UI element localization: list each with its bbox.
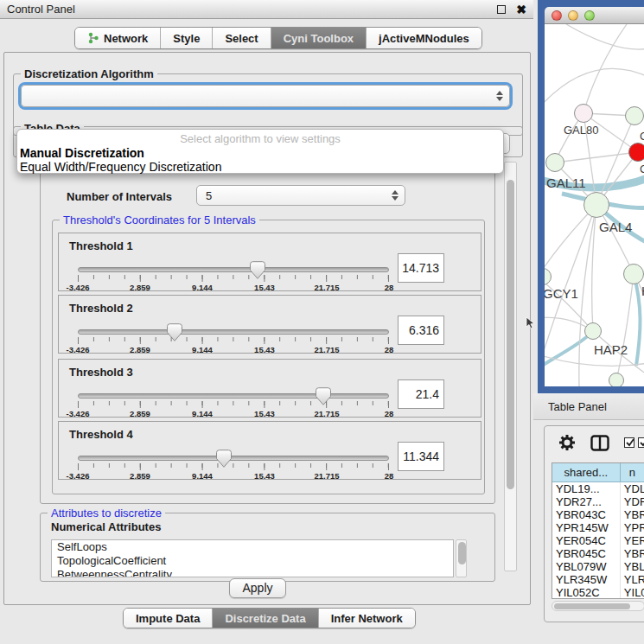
tab-network[interactable]: Network xyxy=(75,28,160,48)
threshold-2-panel: Threshold 2 -3.426 2.859 9.144 15.43 xyxy=(58,295,481,354)
float-window-icon[interactable] xyxy=(497,5,506,14)
table-row[interactable]: YBR045C YBR0 xyxy=(552,547,644,560)
node-gal7[interactable] xyxy=(625,106,644,125)
table-row[interactable]: YPR145W YPR1 xyxy=(552,521,644,534)
table-row[interactable]: YER054C YER0 xyxy=(552,534,644,547)
tick-label: 2.859 xyxy=(130,283,150,292)
column-header-name[interactable]: n xyxy=(621,463,644,482)
slider-tick-axis: -3.426 2.859 9.144 15.43 21.715 28 xyxy=(78,463,389,479)
gear-icon[interactable] xyxy=(558,434,576,451)
table-panel-toolbar xyxy=(545,426,644,459)
dropdown-item-manual-discretization[interactable]: Manual Discretization xyxy=(20,146,144,160)
dropdown-placeholder-item[interactable]: Select algorithm to view settings xyxy=(17,132,503,145)
tick-label: -3.426 xyxy=(67,409,90,418)
list-item-topologicalcoefficient[interactable]: TopologicalCoefficient xyxy=(52,554,453,568)
tick-label: 21.715 xyxy=(314,283,339,292)
threshold-1-value-field[interactable]: 14.713 xyxy=(398,253,444,283)
number-of-intervals-value: 5 xyxy=(206,189,212,202)
tab-select[interactable]: Select xyxy=(212,28,270,48)
zoom-traffic-light-icon[interactable] xyxy=(584,10,595,21)
tab-cyni-toolbox[interactable]: Cyni Toolbox xyxy=(271,28,366,48)
algorithm-combobox[interactable] xyxy=(21,85,510,107)
dropdown-item-equal-width-frequency[interactable]: Equal Width/Frequency Discretization xyxy=(20,160,221,174)
bottom-tabbar: Impute Data Discretize Data Infer Networ… xyxy=(123,608,416,628)
tick-label: 15.43 xyxy=(254,471,275,481)
threshold-1-panel: Threshold 1 -3.426 2.859 9.144 15.43 xyxy=(58,233,481,291)
tab-discretize-data[interactable]: Discretize Data xyxy=(212,609,317,628)
slider-tick-axis: -3.426 2.859 9.144 15.43 21.715 28 xyxy=(78,275,389,290)
column-header-shared-name[interactable]: shared... xyxy=(552,463,621,482)
cell: YBR043C xyxy=(552,508,621,521)
node-gal80[interactable] xyxy=(574,104,593,123)
node-h[interactable] xyxy=(623,264,644,284)
cell: YBR0 xyxy=(621,508,644,521)
node-label-gal80: GAL80 xyxy=(564,124,598,137)
combo-stepper-icon xyxy=(392,190,399,201)
tick-label: 2.859 xyxy=(130,471,150,481)
threshold-2-slider[interactable] xyxy=(78,329,389,335)
list-item-betweennesscentrality[interactable]: BetweennessCentrality xyxy=(52,568,453,577)
number-of-intervals-combobox[interactable]: 5 xyxy=(196,185,405,206)
threshold-1-slider[interactable] xyxy=(78,267,389,272)
table-row[interactable]: YBL079W YBL0 xyxy=(552,560,644,573)
tick-label: 21.715 xyxy=(314,345,339,354)
cell: YPR1 xyxy=(621,521,644,534)
threshold-4-value-field[interactable]: 11.344 xyxy=(398,442,444,471)
table-row[interactable]: YDL19... YDL1 xyxy=(552,482,644,495)
discretization-algorithm-group-label: Discretization Algorithm xyxy=(21,67,157,80)
node-hap2[interactable] xyxy=(584,322,602,340)
node-bottom-partial[interactable] xyxy=(609,373,624,386)
threshold-3-panel: Threshold 3 -3.426 2.859 9.144 15.43 xyxy=(58,359,481,418)
checkbox-icon[interactable] xyxy=(638,437,644,448)
tab-style[interactable]: Style xyxy=(160,28,212,48)
slider-tick-axis: -3.426 2.859 9.144 15.43 21.715 28 xyxy=(78,337,389,353)
table-row[interactable]: YBR043C YBR0 xyxy=(552,508,644,521)
tick-label: -3.426 xyxy=(67,471,90,481)
close-traffic-light-icon[interactable] xyxy=(552,10,562,21)
table-panel-window: shared... n YDL19... YDL1 YDR27... YDR2 … xyxy=(544,425,644,622)
cell: YPR145W xyxy=(552,521,621,534)
table-horizontal-scrollbar[interactable] xyxy=(552,601,644,611)
node-gal11[interactable] xyxy=(545,153,564,172)
threshold-2-label: Threshold 2 xyxy=(69,302,133,315)
table-row[interactable]: YIL052C YIL0 xyxy=(552,586,644,599)
numerical-attributes-label: Numerical Attributes xyxy=(51,520,161,533)
table-row[interactable]: YLR345W YLR3 xyxy=(552,573,644,586)
node-label-g: G. xyxy=(640,130,644,143)
threshold-2-value-field[interactable]: 6.316 xyxy=(398,316,444,345)
tick-label: 2.859 xyxy=(130,409,150,418)
network-canvas[interactable]: GAL80 G. GAL11 C GAL4 GCY1 H HAP2 xyxy=(545,24,644,386)
split-panel-icon[interactable] xyxy=(590,435,609,451)
tab-infer-network[interactable]: Infer Network xyxy=(318,609,415,628)
settings-scroll-area: Interval Definition Number of Intervals … xyxy=(13,162,523,571)
tab-jactivemnodules[interactable]: jActiveMNodules xyxy=(366,28,481,48)
tick-label: 9.144 xyxy=(192,283,213,292)
tick-label: -3.426 xyxy=(67,283,90,292)
numerical-attributes-list: SelfLoops TopologicalCoefficient Between… xyxy=(51,539,454,577)
attributes-group-label: Attributes to discretize xyxy=(48,507,165,520)
network-window-titlebar xyxy=(545,7,644,24)
minimize-traffic-light-icon[interactable] xyxy=(568,10,578,21)
threshold-3-value-field[interactable]: 21.4 xyxy=(398,379,444,409)
close-icon[interactable]: ✖ xyxy=(516,5,526,14)
tick-label: 15.43 xyxy=(254,345,275,354)
algorithm-dropdown-popup: Select algorithm to view settings Manual… xyxy=(16,129,504,174)
node-gal4[interactable] xyxy=(583,192,609,218)
thresholds-coordinates-group: Threshold's Coordinates for 5 Intervals … xyxy=(52,220,485,494)
tab-impute-data[interactable]: Impute Data xyxy=(124,609,212,628)
apply-button[interactable]: Apply xyxy=(229,578,286,598)
list-item-selfloops[interactable]: SelfLoops xyxy=(52,540,453,554)
tab-jactivemnodules-label: jActiveMNodules xyxy=(379,32,469,45)
attributes-list-scrollbar[interactable] xyxy=(456,539,467,577)
settings-vertical-scrollbar[interactable] xyxy=(504,162,517,571)
cell: YBR045C xyxy=(552,547,621,560)
threshold-4-slider[interactable] xyxy=(78,456,389,461)
threshold-3-slider[interactable] xyxy=(78,393,389,399)
tick-label: 28 xyxy=(385,471,394,481)
node-selected-red[interactable] xyxy=(628,143,644,162)
tick-label: 15.43 xyxy=(254,409,275,418)
node-label-gal11: GAL11 xyxy=(546,175,586,190)
node-label-c: C xyxy=(640,163,644,175)
table-row[interactable]: YDR27... YDR2 xyxy=(552,495,644,508)
checkbox-icon[interactable] xyxy=(624,437,634,448)
